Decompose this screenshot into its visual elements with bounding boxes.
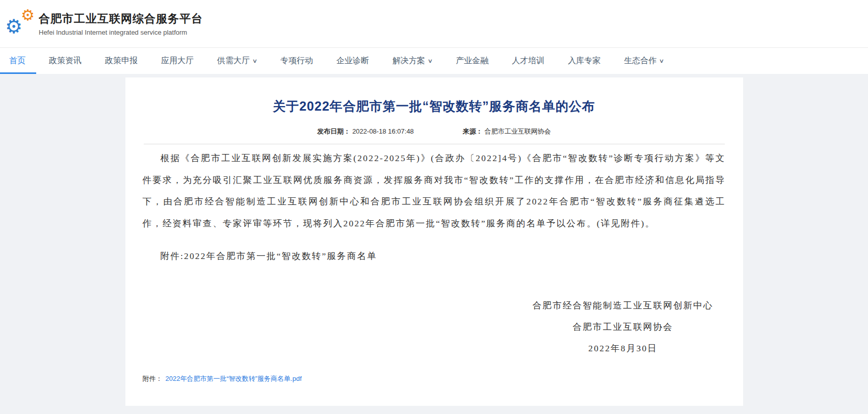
nav-item-label: 生态合作 <box>624 56 656 66</box>
article-title: 关于2022年合肥市第一批“智改数转”服务商名单的公布 <box>143 98 726 115</box>
site-subtitle: Hefei Industrial Internet integrated ser… <box>39 29 203 36</box>
nav-item[interactable]: 解决方案∨ <box>392 48 432 74</box>
source-value: 合肥市工业互联网协会 <box>485 127 551 135</box>
site-title: 合肥市工业互联网综合服务平台 <box>39 11 203 27</box>
site-header: ⚙ ⚙ 合肥市工业互联网综合服务平台 Hefei Industrial Inte… <box>0 0 868 47</box>
article-paragraph: 根据《合肥市工业互联网创新发展实施方案(2022-2025年)》(合政办〔202… <box>143 147 726 234</box>
chevron-down-icon: ∨ <box>252 58 257 64</box>
article-meta: 发布日期：2022-08-18 16:07:48 来源：合肥市工业互联网协会 <box>143 127 726 136</box>
nav-item[interactable]: 专项行动 <box>280 48 313 74</box>
nav-item-label: 专项行动 <box>280 56 313 66</box>
nav-item[interactable]: 政策资讯 <box>49 48 82 74</box>
content-background: 关于2022年合肥市第一批“智改数转”服务商名单的公布 发布日期：2022-08… <box>0 74 868 414</box>
gear-icon: ⚙ <box>21 8 35 23</box>
article-paragraph: 附件:2022年合肥市第一批“智改数转”服务商名单 <box>143 245 726 267</box>
signature-block: 合肥市经合智能制造工业互联网创新中心合肥市工业互联网协会2022年8月30日 <box>533 295 714 359</box>
nav-item[interactable]: 生态合作∨ <box>624 48 664 74</box>
nav-item[interactable]: 入库专家 <box>568 48 600 74</box>
nav-item-label: 首页 <box>9 56 25 66</box>
meta-divider <box>144 144 725 144</box>
nav-item[interactable]: 政策申报 <box>105 48 138 74</box>
publish-date-value: 2022-08-18 16:07:48 <box>352 127 414 135</box>
attachment-label: 附件： <box>143 375 163 382</box>
nav-item-label: 政策申报 <box>105 56 138 66</box>
source: 来源：合肥市工业互联网协会 <box>463 127 551 136</box>
nav-item[interactable]: 应用大厅 <box>161 48 194 74</box>
nav-item-label: 入库专家 <box>568 56 600 66</box>
article-card: 关于2022年合肥市第一批“智改数转”服务商名单的公布 发布日期：2022-08… <box>125 77 743 406</box>
nav-item[interactable]: 首页 <box>9 48 25 74</box>
site-logo: ⚙ ⚙ <box>6 9 35 39</box>
nav-item-label: 供需大厅 <box>217 56 250 66</box>
nav-item[interactable]: 产业金融 <box>456 48 488 74</box>
attachment-row: 附件：2022年合肥市第一批“智改数转”服务商名单.pdf <box>143 374 726 383</box>
nav-item[interactable]: 人才培训 <box>512 48 544 74</box>
attachment-link[interactable]: 2022年合肥市第一批“智改数转”服务商名单.pdf <box>166 375 302 382</box>
chevron-down-icon: ∨ <box>428 58 433 64</box>
source-label: 来源： <box>463 127 483 135</box>
nav-item-label: 人才培训 <box>512 56 544 66</box>
publish-date: 发布日期：2022-08-18 16:07:48 <box>317 127 414 136</box>
nav-item-label: 应用大厅 <box>161 56 194 66</box>
signature-line: 合肥市工业互联网协会 <box>533 316 714 338</box>
main-nav: 首页政策资讯政策申报应用大厅供需大厅∨专项行动企业诊断解决方案∨产业金融人才培训… <box>0 47 868 74</box>
chevron-down-icon: ∨ <box>659 58 664 64</box>
article-body: 根据《合肥市工业互联网创新发展实施方案(2022-2025年)》(合政办〔202… <box>143 147 726 267</box>
nav-item-label: 企业诊断 <box>336 56 369 66</box>
nav-item[interactable]: 企业诊断 <box>336 48 369 74</box>
nav-item-label: 产业金融 <box>456 56 488 66</box>
site-title-box: 合肥市工业互联网综合服务平台 Hefei Industrial Internet… <box>39 11 203 36</box>
signature-line: 合肥市经合智能制造工业互联网创新中心 <box>533 295 714 316</box>
gear-icon: ⚙ <box>5 17 22 36</box>
nav-item[interactable]: 供需大厅∨ <box>217 48 257 74</box>
publish-date-label: 发布日期： <box>317 127 350 135</box>
nav-item-label: 政策资讯 <box>49 56 82 66</box>
signature-line: 2022年8月30日 <box>533 338 714 359</box>
nav-item-label: 解决方案 <box>392 56 425 66</box>
